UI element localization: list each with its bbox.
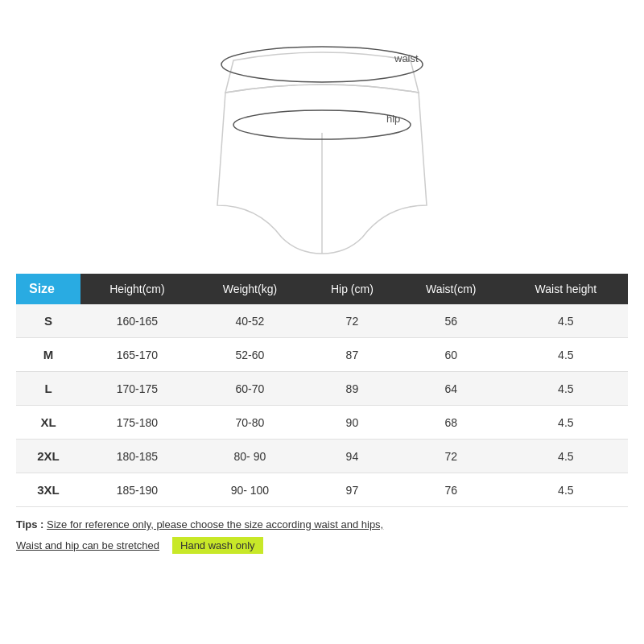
size-table: Size Height(cm) Weight(kg) Hip (cm) Wais… [16,274,628,507]
cell-data: 60-70 [194,372,306,406]
table-row: 3XL185-19090- 10097764.5 [16,473,628,507]
table-row: XL175-18070-8090684.5 [16,406,628,440]
cell-data: 64 [398,372,504,406]
cell-size: L [16,372,80,406]
cell-data: 56 [398,304,504,338]
cell-data: 89 [306,372,398,406]
cell-data: 52-60 [194,338,306,372]
shorts-diagram: waist hip [185,20,459,262]
cell-data: 94 [306,440,398,473]
cell-size: M [16,338,80,372]
header-waist: Waist(cm) [398,274,504,304]
cell-data: 170-175 [80,372,194,406]
cell-data: 80- 90 [194,440,306,473]
svg-text:waist: waist [394,52,419,64]
cell-data: 40-52 [194,304,306,338]
cell-data: 97 [306,473,398,507]
tips-reference-text: Size for reference only, please choose t… [47,518,383,530]
cell-data: 4.5 [504,372,628,406]
cell-data: 175-180 [80,406,194,440]
cell-size: S [16,304,80,338]
tips-handwash-text: Hand wash only [172,537,263,554]
cell-data: 165-170 [80,338,194,372]
cell-data: 87 [306,338,398,372]
cell-data: 185-190 [80,473,194,507]
cell-data: 160-165 [80,304,194,338]
table-row: L170-17560-7089644.5 [16,372,628,406]
cell-data: 4.5 [504,406,628,440]
tips-stretch-text: Waist and hip can be stretched [16,539,159,551]
cell-data: 70-80 [194,406,306,440]
table-row: M165-17052-6087604.5 [16,338,628,372]
tips-area: Tips : Size for reference only, please c… [16,518,628,554]
cell-data: 60 [398,338,504,372]
table-row: S160-16540-5272564.5 [16,304,628,338]
tips-label: Tips : [16,518,43,530]
cell-data: 72 [306,304,398,338]
cell-data: 76 [398,473,504,507]
cell-data: 4.5 [504,440,628,473]
svg-text:hip: hip [386,113,400,125]
header-size: Size [16,274,80,304]
table-area: Size Height(cm) Weight(kg) Hip (cm) Wais… [16,274,628,507]
header-waist-height: Waist height [504,274,628,304]
tips-line2: Waist and hip can be stretched Hand wash… [16,537,628,554]
page-container: waist hip Size Height(cm) Weight(kg) Hip… [0,0,644,644]
cell-data: 68 [398,406,504,440]
header-weight: Weight(kg) [194,274,306,304]
diagram-area: waist hip [0,0,644,274]
cell-data: 90 [306,406,398,440]
tips-line1: Tips : Size for reference only, please c… [16,518,628,530]
table-row: 2XL180-18580- 9094724.5 [16,440,628,473]
cell-data: 4.5 [504,473,628,507]
cell-data: 4.5 [504,304,628,338]
cell-data: 4.5 [504,338,628,372]
cell-size: XL [16,406,80,440]
cell-size: 2XL [16,440,80,473]
cell-data: 180-185 [80,440,194,473]
header-hip: Hip (cm) [306,274,398,304]
table-header-row: Size Height(cm) Weight(kg) Hip (cm) Wais… [16,274,628,304]
header-height: Height(cm) [80,274,194,304]
cell-data: 90- 100 [194,473,306,507]
cell-size: 3XL [16,473,80,507]
cell-data: 72 [398,440,504,473]
